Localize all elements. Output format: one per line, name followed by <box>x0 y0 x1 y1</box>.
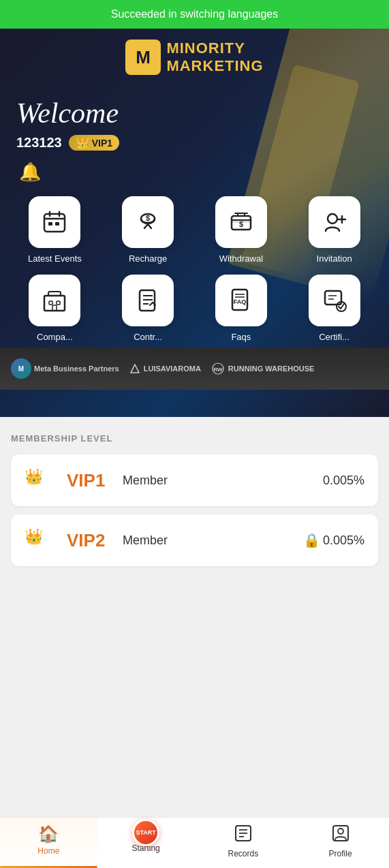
svg-point-17 <box>328 214 337 223</box>
svg-rect-6 <box>48 222 52 226</box>
vip1-card[interactable]: 👑 VIP1 Member 0.005% <box>11 454 378 506</box>
starting-badge-wrap: START ● <box>141 824 151 843</box>
svg-text:M: M <box>136 47 151 67</box>
profile-icon <box>332 824 349 846</box>
contract-label: Contr... <box>134 332 162 342</box>
action-withdrawal[interactable]: $ Withdrawal <box>198 196 285 264</box>
vip2-percent: 0.005% <box>323 533 364 548</box>
records-label: Records <box>228 849 259 858</box>
action-grid-row2: Compa... Contr... FAQ <box>0 264 389 347</box>
latest-events-label: Latest Events <box>28 253 82 264</box>
partners-section: M Meta Business Partners LUISAVIAROMA RW… <box>0 347 389 390</box>
nav-home[interactable]: 🏠 Home <box>0 818 97 868</box>
nav-profile[interactable]: Profile <box>292 818 389 868</box>
user-id: 123123 <box>16 135 62 151</box>
vip1-member-text: Member <box>123 474 315 488</box>
svg-rect-20 <box>44 296 65 311</box>
latest-events-icon-box <box>29 196 80 248</box>
action-faqs[interactable]: FAQ Faqs <box>198 275 285 342</box>
brand-prefix: MINORITY <box>166 40 245 57</box>
faqs-icon-box: FAQ <box>215 275 267 326</box>
logo-area: M MINORITY MARKETING <box>0 29 389 80</box>
faqs-label: Faqs <box>231 332 251 342</box>
company-icon-box <box>29 275 80 326</box>
recharge-icon-box: $ <box>122 196 174 248</box>
bottom-nav: 🏠 Home START ● Starting Records <box>0 817 389 868</box>
partner-luisaviaroma: LUISAVIAROMA <box>130 364 201 373</box>
home-icon: 🏠 <box>38 824 59 843</box>
svg-rect-7 <box>55 222 59 226</box>
action-contract[interactable]: Contr... <box>104 275 192 342</box>
welcome-section: Welcome 123123 👑 VIP1 🔔 <box>0 80 389 183</box>
vip1-percent: 0.005% <box>323 474 364 488</box>
nav-starting[interactable]: START ● Starting <box>97 818 195 868</box>
vip-label: VIP1 <box>92 138 112 149</box>
notification-bar: Succeeded in switching languages <box>0 0 389 29</box>
partner-running-warehouse: RW RUNNING WAREHOUSE <box>212 362 315 375</box>
svg-text:$: $ <box>146 214 150 222</box>
crown-icon: 👑 <box>76 136 89 149</box>
action-company[interactable]: Compa... <box>11 275 99 342</box>
contract-icon-box <box>122 275 174 326</box>
brand-suffix: MARKETING <box>166 57 263 74</box>
action-invitation[interactable]: Invitation <box>290 196 378 264</box>
action-recharge[interactable]: $ Recharge <box>104 196 192 264</box>
records-icon <box>234 824 252 846</box>
vip2-card[interactable]: 👑 VIP2 Member 🔒 0.005% <box>11 514 378 566</box>
vip1-label: VIP1 <box>67 470 114 491</box>
withdrawal-icon-box: $ <box>215 196 267 248</box>
meta-icon: M <box>11 358 31 379</box>
bell-icon[interactable]: 🔔 <box>19 161 373 183</box>
luisaviaroma-label: LUISAVIAROMA <box>144 365 201 373</box>
notification-message: Succeeded in switching languages <box>111 8 279 20</box>
home-label: Home <box>37 846 59 856</box>
logo-text: MINORITY MARKETING <box>166 40 263 75</box>
svg-rect-22 <box>49 301 52 305</box>
user-info: 123123 👑 VIP1 <box>16 135 373 151</box>
svg-rect-23 <box>57 301 60 305</box>
svg-text:$: $ <box>239 220 243 228</box>
nav-records[interactable]: Records <box>195 818 292 868</box>
profile-label: Profile <box>329 849 352 858</box>
running-warehouse-label: RUNNING WAREHOUSE <box>228 365 315 373</box>
starting-badge: START <box>132 819 159 846</box>
vip2-label: VIP2 <box>67 530 114 551</box>
svg-text:FAQ: FAQ <box>234 298 247 305</box>
vip2-lock-wrap: 🔒 0.005% <box>303 532 364 548</box>
svg-text:RW: RW <box>213 367 223 373</box>
action-grid-row1: Latest Events $ Recharge $ <box>0 183 389 264</box>
logo-icon: M <box>125 40 161 75</box>
svg-rect-21 <box>48 292 61 296</box>
partner-meta: M Meta Business Partners <box>11 358 119 379</box>
svg-marker-37 <box>131 365 139 373</box>
action-certificate[interactable]: Certifi... <box>290 275 378 342</box>
vip-badge: 👑 VIP1 <box>69 135 119 151</box>
certificate-icon-box <box>309 275 360 326</box>
recharge-label: Recharge <box>129 253 167 264</box>
membership-title: MEMBERSHIP LEVEL <box>11 433 378 444</box>
lock-icon: 🔒 <box>303 532 320 548</box>
vip2-member-text: Member <box>123 533 295 548</box>
company-label: Compa... <box>37 332 73 342</box>
certificate-label: Certifi... <box>319 332 349 342</box>
action-latest-events[interactable]: Latest Events <box>11 196 99 264</box>
withdrawal-label: Withdrawal <box>219 253 263 264</box>
svg-point-45 <box>338 828 343 834</box>
invitation-label: Invitation <box>317 253 352 264</box>
meta-label: Meta Business Partners <box>34 365 119 373</box>
vip1-icon: 👑 <box>25 468 59 493</box>
welcome-text: Welcome <box>16 97 373 129</box>
invitation-icon-box <box>309 196 360 248</box>
svg-rect-2 <box>44 214 65 232</box>
vip2-icon: 👑 <box>25 528 59 553</box>
membership-section: MEMBERSHIP LEVEL 👑 VIP1 Member 0.005% 👑 … <box>0 417 389 585</box>
